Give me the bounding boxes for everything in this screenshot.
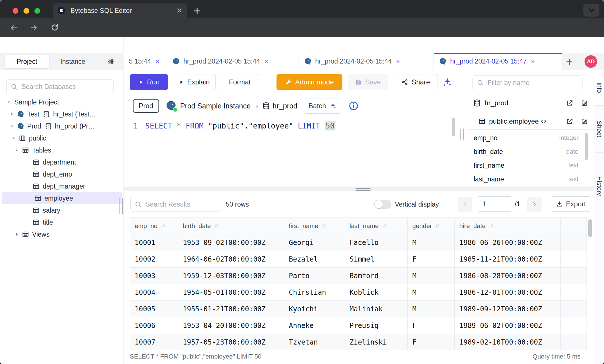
cell-last_name[interactable]: Bamford xyxy=(345,268,408,284)
tree-item-salary[interactable]: salary xyxy=(0,204,124,216)
column-header-gender[interactable]: gender xyxy=(408,218,455,234)
table-row-2[interactable]: 100021964-06-02T00:00:00ZBezalelSimmelF1… xyxy=(130,251,587,268)
editor-tab-3[interactable]: hr_prod 2024-02-05 15:44 xyxy=(299,53,434,70)
tree-item-department[interactable]: department xyxy=(0,156,124,168)
tree-item-Views[interactable]: Views xyxy=(0,228,124,240)
tree-item-employee[interactable]: employee xyxy=(2,192,122,204)
schema-database-row[interactable]: hr_prod xyxy=(473,96,588,110)
new-tab-button[interactable] xyxy=(193,6,202,15)
forward-icon[interactable] xyxy=(29,23,38,32)
schema-scrollbar[interactable] xyxy=(585,133,588,160)
tab-project[interactable]: Project xyxy=(5,55,49,68)
traffic-minimize-button[interactable] xyxy=(23,8,29,14)
sort-icon[interactable] xyxy=(321,223,327,229)
cell-gender[interactable]: M xyxy=(408,234,455,251)
cell-emp_no[interactable]: 10007 xyxy=(130,334,178,351)
cell-birth_date[interactable]: 1959-12-03T00:00:00Z xyxy=(178,268,284,284)
schema-filter[interactable] xyxy=(472,75,583,90)
results-search-input[interactable] xyxy=(145,200,217,209)
cell-first_name[interactable]: Parto xyxy=(284,268,345,284)
cell-emp_no[interactable]: 10002 xyxy=(130,251,178,268)
cell-emp_no[interactable]: 10001 xyxy=(130,234,178,251)
tree-item-Test[interactable]: Testhr_test (Test… xyxy=(0,108,124,120)
browser-tab[interactable]: Bytebase SQL Editor ✕ xyxy=(53,3,187,18)
cell-emp_no[interactable]: 10006 xyxy=(130,317,178,334)
cell-birth_date[interactable]: 1953-09-02T00:00:00Z xyxy=(178,234,284,251)
table-row-1[interactable]: 100011953-09-02T00:00:00ZGeorgiFacelloM1… xyxy=(130,234,587,251)
schema-filter-input[interactable] xyxy=(487,79,578,87)
close-tab-icon[interactable] xyxy=(263,59,269,64)
external-link-icon[interactable] xyxy=(566,118,573,125)
tree-item-title[interactable]: title xyxy=(0,216,124,228)
sort-icon[interactable] xyxy=(381,223,387,229)
editor-results-splitter[interactable] xyxy=(124,187,594,191)
tab-search-button[interactable] xyxy=(583,4,599,17)
batch-button[interactable]: Batch xyxy=(304,98,341,114)
column-row-last_name[interactable]: last_nametext xyxy=(467,172,588,186)
database-name[interactable]: hr_prod xyxy=(272,102,297,110)
external-link-icon[interactable] xyxy=(566,99,573,107)
share-button[interactable]: Share xyxy=(394,74,438,90)
sort-icon[interactable] xyxy=(488,223,494,229)
ai-sparkles-icon[interactable] xyxy=(442,77,452,87)
cell-hire_date[interactable]: 1989-09-12T00:00:00Z xyxy=(455,301,561,317)
tab-instance[interactable]: Instance xyxy=(49,55,96,68)
editor-tab-2[interactable]: hr_prod 2024-02-05 15:44 xyxy=(167,53,299,70)
admin-mode-button[interactable]: Admin mode xyxy=(276,74,342,90)
cell-gender[interactable]: F xyxy=(408,251,455,268)
cell-hire_date[interactable]: 1985-11-21T00:00:00Z xyxy=(455,251,561,268)
cell-gender[interactable]: F xyxy=(408,334,455,351)
close-tab-icon[interactable] xyxy=(395,59,401,64)
side-tab-sheet[interactable]: Sheet xyxy=(594,106,604,153)
cell-last_name[interactable]: Zielinski xyxy=(345,334,408,351)
sort-icon[interactable] xyxy=(160,223,166,229)
cell-last_name[interactable]: Preusig xyxy=(345,317,408,334)
tree-item-Prod[interactable]: Prodhr_prod (Pr… xyxy=(0,120,124,132)
column-header-first_name[interactable]: first_name xyxy=(284,218,345,234)
cell-hire_date[interactable]: 1986-12-01T00:00:00Z xyxy=(455,284,561,301)
close-tab-icon[interactable] xyxy=(530,59,536,64)
sql-editor-line[interactable]: 1 SELECT * FROM "public"."employee" LIMI… xyxy=(124,120,336,132)
cell-first_name[interactable]: Georgi xyxy=(284,234,345,251)
table-row-6[interactable]: 100061953-04-20T00:00:00ZAnnekePreusigF1… xyxy=(130,317,587,334)
tree-item-Tables[interactable]: Tables xyxy=(0,144,124,156)
cell-first_name[interactable]: Chirstian xyxy=(284,284,345,301)
table-row-3[interactable]: 100031959-12-03T00:00:00ZPartoBamfordM19… xyxy=(130,268,587,284)
table-row-4[interactable]: 100041954-05-01T00:00:00ZChirstianKoblic… xyxy=(130,284,587,301)
add-tab-button[interactable] xyxy=(565,58,574,66)
table-row-7[interactable]: 100071957-05-23T00:00:00ZTzvetanZielinsk… xyxy=(130,334,587,351)
save-button[interactable]: Save xyxy=(348,74,388,90)
next-page-button[interactable] xyxy=(527,197,542,212)
cell-birth_date[interactable]: 1954-05-01T00:00:00Z xyxy=(178,284,284,301)
vertical-display-toggle[interactable] xyxy=(374,200,391,209)
sort-icon[interactable] xyxy=(213,223,219,229)
tree-item-public[interactable]: public xyxy=(0,132,124,144)
cell-gender[interactable]: M xyxy=(408,301,455,317)
database-search-input[interactable] xyxy=(21,83,109,91)
panel-resize-handle[interactable] xyxy=(460,128,464,141)
traffic-zoom-button[interactable] xyxy=(34,8,40,14)
cell-emp_no[interactable]: 10004 xyxy=(130,284,178,301)
cell-birth_date[interactable]: 1957-05-23T00:00:00Z xyxy=(178,334,284,351)
results-search[interactable] xyxy=(130,197,221,212)
tree-item-Sample Project[interactable]: Sample Project xyxy=(0,96,124,108)
side-tab-history[interactable]: History xyxy=(594,153,604,220)
column-row-first_name[interactable]: first_nametext xyxy=(467,159,588,172)
close-tab-icon[interactable] xyxy=(154,59,160,64)
environment-badge[interactable]: Prod xyxy=(133,99,159,113)
cell-gender[interactable]: M xyxy=(408,284,455,301)
code-icon[interactable] xyxy=(540,118,547,125)
tree-item-dept_manager[interactable]: dept_manager xyxy=(0,180,124,192)
cell-hire_date[interactable]: 1986-06-26T00:00:00Z xyxy=(455,234,561,251)
column-header-emp_no[interactable]: emp_no xyxy=(130,218,178,234)
sort-icon[interactable] xyxy=(435,223,440,229)
results-scrollbar[interactable] xyxy=(588,219,592,237)
cell-emp_no[interactable]: 10003 xyxy=(130,268,178,284)
cell-first_name[interactable]: Kyoichi xyxy=(284,301,345,317)
column-row-emp_no[interactable]: emp_nointeger xyxy=(467,131,588,145)
cell-gender[interactable]: F xyxy=(408,317,455,334)
cell-first_name[interactable]: Bezalel xyxy=(284,251,345,268)
info-circle-icon[interactable] xyxy=(349,101,358,111)
prev-page-button[interactable] xyxy=(458,197,472,212)
cell-emp_no[interactable]: 10005 xyxy=(130,301,178,317)
